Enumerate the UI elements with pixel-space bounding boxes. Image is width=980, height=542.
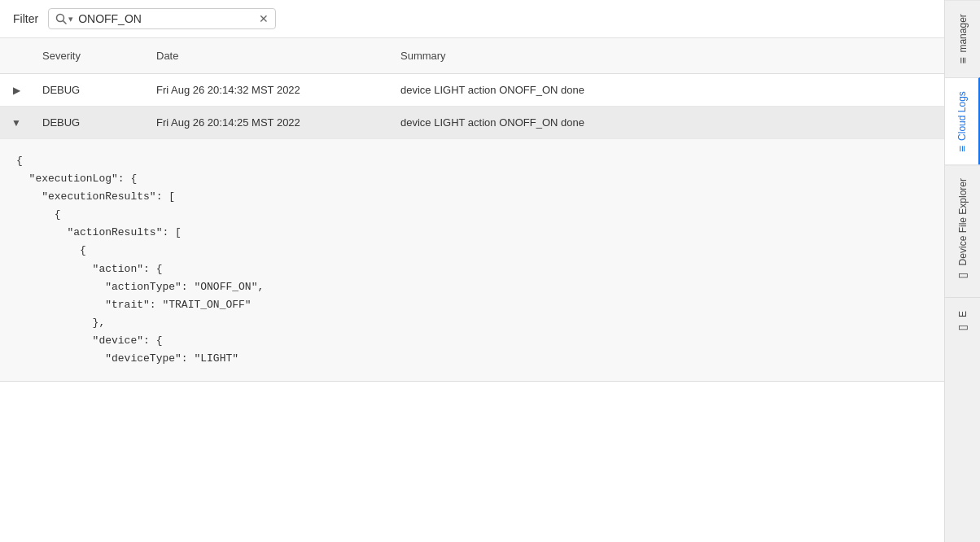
sidebar-tab-e-label: E [957, 311, 969, 317]
table-row-1-header[interactable]: ▶ DEBUG Fri Aug 26 20:14:32 MST 2022 dev… [0, 74, 944, 107]
sidebar-tab-cloud-logs-label: Cloud Logs [956, 91, 968, 141]
filter-input-wrapper[interactable]: ▾ ✕ [48, 8, 276, 29]
row-1-severity: DEBUG [33, 74, 147, 106]
row-1-summary: device LIGHT action ONOFF_ON done [391, 74, 944, 106]
svg-line-1 [63, 21, 67, 24]
main-content: Filter ▾ ✕ Severity Date Summary ▶ DEBUG [0, 0, 944, 542]
header-date: Date [147, 45, 391, 67]
right-sidebar: ≡ manager ≡ Cloud Logs ▭ Device File Exp… [944, 0, 980, 542]
sidebar-tab-device-file-explorer-label: Device File Explorer [957, 178, 969, 265]
table-header: Severity Date Summary [0, 38, 944, 74]
header-expand [0, 45, 33, 67]
filter-bar: Filter ▾ ✕ [0, 0, 944, 38]
header-summary: Summary [391, 45, 944, 67]
sidebar-tab-manager-label: manager [957, 14, 969, 52]
filter-clear-button[interactable]: ✕ [259, 13, 269, 24]
table-row-2-header[interactable]: ▼ DEBUG Fri Aug 26 20:14:25 MST 2022 dev… [0, 107, 944, 139]
filter-label: Filter [13, 12, 38, 25]
search-icon: ▾ [55, 13, 73, 24]
row-1-date: Fri Aug 26 20:14:32 MST 2022 [147, 74, 391, 106]
filter-dropdown-arrow[interactable]: ▾ [68, 14, 73, 24]
e-icon: ▭ [956, 322, 969, 335]
row-2-date: Fri Aug 26 20:14:25 MST 2022 [147, 107, 391, 138]
cloud-logs-icon: ≡ [956, 145, 969, 151]
row-2-summary: device LIGHT action ONOFF_ON done [391, 107, 944, 138]
sidebar-tab-device-file-explorer[interactable]: ▭ Device File Explorer [945, 164, 980, 296]
table-row-1: ▶ DEBUG Fri Aug 26 20:14:32 MST 2022 dev… [0, 74, 944, 107]
row-2-expand-arrow[interactable]: ▼ [0, 107, 33, 138]
header-severity: Severity [33, 45, 147, 67]
row-1-expand-arrow[interactable]: ▶ [0, 74, 33, 106]
expanded-json-content: { "executionLog": { "executionResults": … [0, 139, 944, 382]
table-row-2: ▼ DEBUG Fri Aug 26 20:14:25 MST 2022 dev… [0, 107, 944, 382]
sidebar-tab-cloud-logs[interactable]: ≡ Cloud Logs [945, 77, 980, 165]
filter-input[interactable] [78, 12, 254, 25]
table-rows: ▶ DEBUG Fri Aug 26 20:14:32 MST 2022 dev… [0, 74, 944, 542]
device-file-explorer-icon: ▭ [956, 271, 969, 284]
manager-icon: ≡ [956, 57, 969, 63]
row-2-severity: DEBUG [33, 107, 147, 138]
sidebar-tab-manager[interactable]: ≡ manager [945, 0, 980, 77]
sidebar-tab-e[interactable]: ▭ E [945, 297, 980, 348]
